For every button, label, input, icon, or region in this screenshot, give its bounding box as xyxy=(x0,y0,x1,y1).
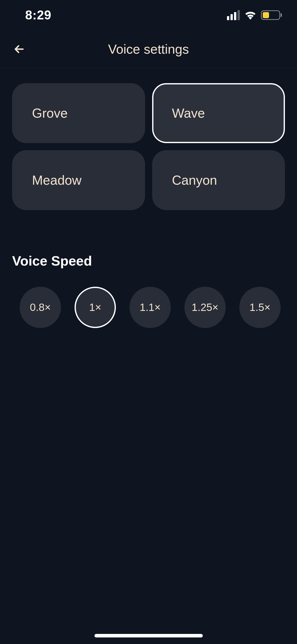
voice-option-wave[interactable]: Wave xyxy=(152,83,285,143)
speed-option-label: 1.5× xyxy=(250,301,271,313)
arrow-left-icon xyxy=(13,43,26,56)
speed-option-label: 1.1× xyxy=(140,301,161,313)
back-button[interactable] xyxy=(9,39,29,59)
content: Grove Wave Meadow Canyon Voice Speed 0.8… xyxy=(0,68,297,328)
cellular-icon xyxy=(227,10,240,20)
page-title: Voice settings xyxy=(0,42,297,57)
voice-option-canyon[interactable]: Canyon xyxy=(152,150,285,210)
voice-option-label: Wave xyxy=(172,106,205,121)
speed-option-label: 1× xyxy=(89,301,101,313)
status-bar: 8:29 xyxy=(0,0,297,30)
page-header: Voice settings xyxy=(0,30,297,68)
voice-option-label: Grove xyxy=(32,106,68,121)
speed-option-1-5x[interactable]: 1.5× xyxy=(239,287,281,328)
speed-option-1x[interactable]: 1× xyxy=(75,287,116,328)
speed-option-1-1x[interactable]: 1.1× xyxy=(129,287,171,328)
speed-option-label: 0.8× xyxy=(30,301,51,313)
voice-option-grove[interactable]: Grove xyxy=(12,83,145,143)
status-time: 8:29 xyxy=(25,8,51,22)
status-icons xyxy=(227,10,282,21)
speed-option-1-25x[interactable]: 1.25× xyxy=(184,287,226,328)
battery-icon xyxy=(261,10,282,20)
voice-option-label: Meadow xyxy=(32,173,82,188)
voice-speed-options: 0.8× 1× 1.1× 1.25× 1.5× xyxy=(12,287,285,328)
home-indicator[interactable] xyxy=(94,634,203,637)
voice-option-meadow[interactable]: Meadow xyxy=(12,150,145,210)
speed-option-0-8x[interactable]: 0.8× xyxy=(20,287,61,328)
speed-option-label: 1.25× xyxy=(192,301,218,313)
wifi-icon xyxy=(244,10,256,21)
voice-option-label: Canyon xyxy=(172,173,217,188)
voice-speed-section: Voice Speed 0.8× 1× 1.1× 1.25× 1.5× xyxy=(12,253,285,328)
voice-speed-title: Voice Speed xyxy=(12,253,285,269)
voice-options-grid: Grove Wave Meadow Canyon xyxy=(12,83,285,210)
